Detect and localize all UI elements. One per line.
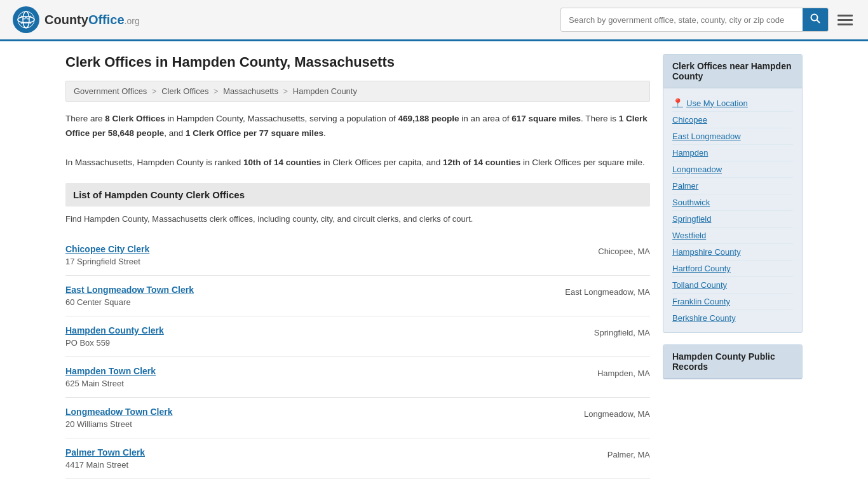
use-my-location-label: Use My Location [686,98,748,108]
logo-text: CountyOffice.org [44,13,140,27]
svg-point-6 [27,17,29,18]
sidebar-nearby-content: 📍 Use My Location Chicopee East Longmead… [663,88,802,332]
clerk-info: East Longmeadow Town Clerk 60 Center Squ… [65,285,194,307]
sidebar-link-hampden[interactable]: Hampden [672,145,793,161]
breadcrumb-separator-1: > [152,86,157,96]
clerk-address: 625 Main Street [65,379,156,388]
clerk-name-link[interactable]: Chicopee City Clerk [65,244,149,254]
sidebar-link-chicopee[interactable]: Chicopee [672,112,793,128]
clerk-name-link[interactable]: Palmer Town Clerk [65,447,145,458]
sidebar: Clerk Offices near Hampden County 📍 Use … [663,54,803,488]
desc-text-6: . [323,128,326,138]
sidebar-link-palmer[interactable]: Palmer [672,178,793,194]
table-row: Hampden Town Clerk 625 Main Street Hampd… [65,357,650,398]
desc-bold-2: 469,188 people [398,114,459,123]
sidebar-link-hartford-county[interactable]: Hartford County [672,261,793,277]
site-header: CountyOffice.org [0,0,868,41]
desc-text-2: in Hampden County, Massachusetts, servin… [165,114,398,123]
svg-point-7 [811,15,818,21]
sidebar-link-southwick[interactable]: Southwick [672,194,793,211]
clerk-info: Hampden Town Clerk 625 Main Street [65,366,156,388]
sidebar-link-berkshire-county[interactable]: Berkshire County [672,310,793,326]
clerk-address: PO Box 559 [65,338,164,348]
desc-bold-1: 8 Clerk Offices [105,114,165,123]
clerk-name-link[interactable]: Hampden Town Clerk [65,366,156,376]
sidebar-link-franklin-county[interactable]: Franklin County [672,294,793,310]
breadcrumb-link-clerk-offices[interactable]: Clerk Offices [161,86,208,96]
clerk-address: 17 Springfield Street [65,257,149,266]
header-controls [560,8,855,32]
breadcrumb: Government Offices > Clerk Offices > Mas… [65,81,650,102]
main-container: Clerk Offices in Hampden County, Massach… [53,41,815,488]
breadcrumb-link-massachusetts[interactable]: Massachusetts [223,86,278,96]
breadcrumb-link-government-offices[interactable]: Government Offices [74,86,147,96]
clerk-name-link[interactable]: Longmeadow Town Clerk [65,407,173,417]
hamburger-menu-button[interactable] [835,12,855,28]
logo-icon [13,6,39,33]
table-row: Palmer Town Clerk 4417 Main Street Palme… [65,438,650,479]
sidebar-link-springfield[interactable]: Springfield [672,211,793,227]
sidebar-link-tolland-county[interactable]: Tolland County [672,277,793,294]
logo-area: CountyOffice.org [13,6,140,33]
breadcrumb-link-hampden-county[interactable]: Hampden County [293,86,357,96]
table-row: East Longmeadow Town Clerk 60 Center Squ… [65,276,650,316]
desc2-bold-2: 12th of 14 counties [443,158,520,167]
desc-bold-5: 1 Clerk Office per 77 square miles [186,128,323,138]
description-paragraph-2: In Massachusetts, Hampden County is rank… [65,156,650,170]
breadcrumb-separator-2: > [214,86,219,96]
clerk-city: Springfield, MA [594,325,650,337]
clerk-city: Hampden, MA [597,366,650,378]
search-button[interactable] [803,8,828,31]
sidebar-nearby-title: Clerk Offices near Hampden County [663,55,802,88]
clerk-city: Palmer, MA [607,447,650,459]
clerk-address: 60 Center Square [65,297,194,307]
sidebar-link-longmeadow[interactable]: Longmeadow [672,161,793,178]
search-input[interactable] [561,10,803,30]
search-bar [560,8,829,32]
sidebar-public-records-box: Hampden County Public Records [663,344,803,379]
desc2-text-2: in Clerk Offices per capita, and [321,158,443,167]
description-block: There are 8 Clerk Offices in Hampden Cou… [65,112,650,170]
clerk-info: Chicopee City Clerk 17 Springfield Stree… [65,244,149,266]
svg-point-5 [24,17,25,18]
sidebar-link-westfield[interactable]: Westfield [672,227,793,244]
desc2-text-1: In Massachusetts, Hampden County is rank… [65,158,243,167]
desc-text-1: There are [65,114,105,123]
page-title: Clerk Offices in Hampden County, Massach… [65,54,650,71]
clerk-info: Hampden County Clerk PO Box 559 [65,325,164,348]
content-area: Clerk Offices in Hampden County, Massach… [65,54,650,488]
desc-text-5: , and [164,128,186,138]
svg-line-8 [817,20,820,24]
sidebar-link-hampshire-county[interactable]: Hampshire County [672,244,793,261]
clerk-name-link[interactable]: Hampden County Clerk [65,325,164,336]
desc-text-3: in an area of [459,114,512,123]
breadcrumb-separator-3: > [283,86,288,96]
desc-text-4: . There is [581,114,619,123]
list-section-header: List of Hampden County Clerk Offices [65,183,650,207]
table-row: Hampden County Clerk PO Box 559 Springfi… [65,316,650,357]
use-my-location-link[interactable]: 📍 Use My Location [672,95,793,112]
clerk-address: 20 Williams Street [65,419,173,429]
svg-point-0 [18,11,34,28]
clerk-info: Palmer Town Clerk 4417 Main Street [65,447,145,470]
clerk-offices-list: Chicopee City Clerk 17 Springfield Stree… [65,235,650,488]
table-row: Southwick Town Clerk [65,479,650,488]
table-row: Chicopee City Clerk 17 Springfield Stree… [65,235,650,276]
clerk-city: East Longmeadow, MA [565,285,650,297]
clerk-name-link[interactable]: East Longmeadow Town Clerk [65,285,194,295]
clerk-city: Longmeadow, MA [584,407,650,419]
clerk-info: Longmeadow Town Clerk 20 Williams Street [65,407,173,429]
table-row: Longmeadow Town Clerk 20 Williams Street… [65,398,650,438]
sidebar-link-east-longmeadow[interactable]: East Longmeadow [672,128,793,145]
location-pin-icon: 📍 [672,98,683,108]
sidebar-nearby-box: Clerk Offices near Hampden County 📍 Use … [663,54,803,333]
desc-bold-3: 617 square miles [512,114,581,123]
description-paragraph-1: There are 8 Clerk Offices in Hampden Cou… [65,112,650,141]
clerk-address: 4417 Main Street [65,460,145,470]
desc2-bold-1: 10th of 14 counties [243,158,321,167]
clerk-city: Chicopee, MA [598,244,650,256]
desc2-text-3: in Clerk Offices per square mile. [520,158,645,167]
list-section-description: Find Hampden County, Massachusetts clerk… [65,213,650,226]
sidebar-public-records-title: Hampden County Public Records [663,345,802,379]
